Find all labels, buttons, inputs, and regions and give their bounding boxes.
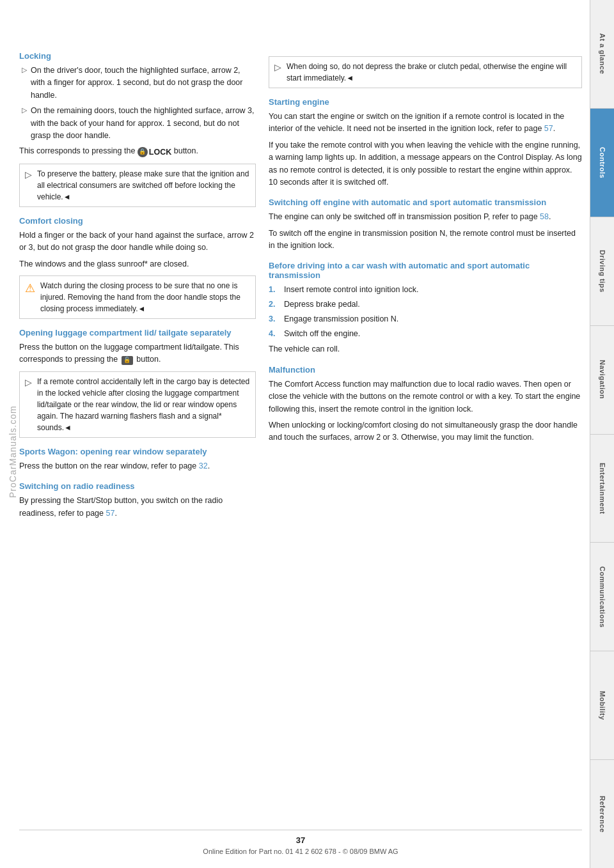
locking-bullet-2-text: On the remaining doors, touch the highli… — [31, 105, 256, 142]
switching-off-para1: The engine can only be switched off in t… — [269, 211, 582, 223]
play-icon-2: ▷ — [25, 376, 32, 389]
opening-luggage-heading: Opening luggage compartment lid/ tailgat… — [19, 328, 256, 337]
play-icon-1: ▷ — [25, 168, 32, 182]
malfunction-para2: When unlocking or locking/comfort closin… — [269, 419, 582, 444]
sports-wagon-para: Press the button on the rear window, ref… — [19, 460, 256, 472]
starting-engine-heading: Starting engine — [269, 97, 582, 107]
step-text-4: Switch off the engine. — [284, 328, 360, 340]
step-text-1: Insert remote control into ignition lock… — [284, 284, 419, 296]
switching-off-para2: To switch off the engine in transmission… — [269, 228, 582, 252]
sidebar-tab-controls[interactable]: Controls — [590, 109, 614, 217]
left-column: Locking ▷ On the driver's door, touch th… — [19, 51, 256, 830]
car-wash-step-3: 3. Engage transmission position N. — [269, 313, 582, 325]
bullet-arrow-icon-2: ▷ — [22, 106, 27, 142]
comfort-closing-para1: Hold a finger or the back of your hand a… — [19, 229, 256, 254]
locking-bullet-1-text: On the driver's door, touch the highligh… — [31, 65, 256, 102]
top-note-text: When doing so, do not depress the brake … — [287, 61, 576, 84]
starting-engine-page-ref[interactable]: 57 — [544, 124, 553, 133]
car-wash-step-4: 4. Switch off the engine. — [269, 328, 582, 340]
malfunction-para1: The Comfort Access function may malfunct… — [269, 378, 582, 415]
comfort-warning-text: Watch during the closing process to be s… — [40, 280, 250, 314]
lock-label: LOCK — [149, 146, 171, 159]
starting-engine-para2: If you take the remote control with you … — [269, 139, 582, 189]
main-content: Locking ▷ On the driver's door, touch th… — [19, 51, 582, 830]
step-text-3: Engage transmission position N. — [284, 313, 398, 325]
malfunction-heading: Malfunction — [269, 365, 582, 375]
comfort-warning: ⚠ Watch during the closing process to be… — [19, 275, 256, 319]
step-num-1: 1. — [269, 284, 279, 296]
sidebar-tab-communications[interactable]: Communications — [590, 543, 614, 651]
locking-note-text: To preserve the battery, please make sur… — [37, 168, 250, 203]
locking-corresponds: This corresponds to pressing the 🔒 LOCK … — [19, 145, 256, 159]
luggage-button-icon: 🔓 — [122, 356, 133, 365]
car-wash-para-after: The vehicle can roll. — [269, 343, 582, 355]
luggage-note: ▷ If a remote control accidentally left … — [19, 371, 256, 438]
switching-off-heading: Switching off engine with automatic and … — [269, 198, 582, 207]
sports-wagon-page-ref[interactable]: 32 — [199, 461, 208, 470]
sidebar-tab-reference[interactable]: Reference — [590, 760, 614, 868]
footer: 37 Online Edition for Part no. 01 41 2 6… — [19, 830, 582, 855]
switching-radio-para: By pressing the Start/Stop button, you s… — [19, 495, 256, 520]
sidebar: At a glance Controls Driving tips Naviga… — [590, 0, 614, 868]
switching-off-page-ref[interactable]: 58 — [540, 212, 549, 221]
sidebar-tab-navigation[interactable]: Navigation — [590, 326, 614, 435]
step-num-4: 4. — [269, 328, 279, 340]
opening-luggage-para1: Press the button on the luggage compartm… — [19, 341, 256, 366]
right-column: ▷ When doing so, do not depress the brak… — [269, 51, 582, 830]
locking-note: ▷ To preserve the battery, please make s… — [19, 164, 256, 207]
car-wash-step-2: 2. Depress brake pedal. — [269, 298, 582, 311]
car-wash-heading: Before driving into a car wash with auto… — [269, 261, 582, 280]
locking-heading: Locking — [19, 51, 256, 61]
lock-icon: 🔒 — [138, 147, 148, 157]
triangle-warning-icon: ⚠ — [25, 280, 35, 297]
sidebar-tab-driving-tips[interactable]: Driving tips — [590, 217, 614, 326]
car-wash-steps: 1. Insert remote control into ignition l… — [269, 284, 582, 339]
bullet-arrow-icon-1: ▷ — [22, 66, 27, 102]
car-wash-step-1: 1. Insert remote control into ignition l… — [269, 284, 582, 296]
comfort-closing-para2: The windows and the glass sunroof* are c… — [19, 258, 256, 270]
page-number: 37 — [19, 835, 582, 845]
sidebar-tab-at-a-glance[interactable]: At a glance — [590, 0, 614, 109]
luggage-note-text: If a remote control accidentally left in… — [37, 376, 250, 433]
locking-bullet-1: ▷ On the driver's door, touch the highli… — [19, 65, 256, 102]
sports-wagon-heading: Sports Wagon: opening rear window separa… — [19, 447, 256, 456]
step-text-2: Depress brake pedal. — [284, 298, 360, 311]
step-num-3: 3. — [269, 313, 279, 325]
footer-text: Online Edition for Part no. 01 41 2 602 … — [203, 848, 398, 855]
locking-bullet-2: ▷ On the remaining doors, touch the high… — [19, 105, 256, 142]
switching-radio-heading: Switching on radio readiness — [19, 481, 256, 491]
watermark: ProCarManuals.com — [8, 370, 18, 498]
step-num-2: 2. — [269, 298, 279, 311]
starting-engine-para1: You can start the engine or switch on th… — [269, 111, 582, 136]
play-icon-top: ▷ — [274, 61, 281, 74]
comfort-closing-heading: Comfort closing — [19, 216, 256, 226]
sidebar-tab-mobility[interactable]: Mobility — [590, 651, 614, 760]
sidebar-tab-entertainment[interactable]: Entertainment — [590, 435, 614, 543]
switching-radio-page-ref[interactable]: 57 — [106, 509, 115, 518]
top-note: ▷ When doing so, do not depress the brak… — [269, 56, 582, 88]
